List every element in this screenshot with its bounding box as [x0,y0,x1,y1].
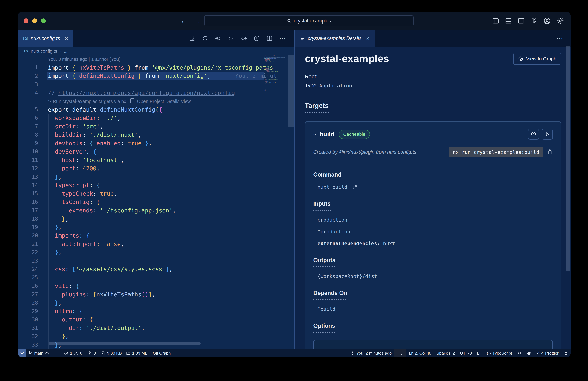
code-line[interactable]: 17 extends: './tsconfig.app.json', [18,206,294,215]
git-graph-button[interactable]: Git Graph [150,350,173,357]
close-tab-icon[interactable]: ✕ [64,36,68,41]
language-mode-status[interactable]: { } TypeScript [484,350,514,357]
code-line[interactable]: 4// https://nuxt.com/docs/api/configurat… [18,89,294,97]
code-line[interactable]: 3 [18,80,294,89]
codelens-row[interactable]: You, 3 minutes ago | 1 author (You) [18,55,294,64]
codelens-row[interactable]: ▷ Run crystal-examples targets via nx | … [18,97,294,106]
code-line[interactable]: 20 imports: { [18,231,294,240]
toggle-panel-icon[interactable] [505,17,512,24]
minimap[interactable]: import { nxViteTsPaths } from '@nx/vite/… [264,55,288,143]
code-line[interactable]: 5export default defineNuxtConfig({ [18,105,294,114]
remote-indicator[interactable]: >< [18,350,25,357]
breadcrumb-file[interactable]: nuxt.config.ts [31,49,57,54]
file-size-status[interactable]: 9.88 KB | 1.03 MB [98,350,150,357]
target-icon [350,351,355,356]
code-line[interactable]: 8 buildDir: './dist/.nuxt', [18,131,294,139]
command-value[interactable]: nuxt build [313,184,553,190]
previous-change-icon[interactable] [215,35,221,42]
broadcast-status[interactable]: 0 [85,350,98,357]
copilot-status[interactable] [524,350,534,357]
code-line[interactable]: 28 }, [18,299,294,307]
code-line[interactable]: 7 srcDir: 'src', [18,122,294,131]
view-target-in-graph-button[interactable] [528,129,539,140]
cursor-position-status[interactable]: Ln 2, Col 48 [406,350,434,357]
problems-status[interactable]: 1 0 [61,350,85,357]
code-line[interactable]: 1import { nxViteTsPaths } from '@nx/vite… [18,64,294,72]
blame-status[interactable]: You, 2 minutes ago [348,350,394,357]
code-line[interactable]: 27 plugins: [nxViteTsPaths()], [18,290,294,299]
git-commit-action[interactable] [52,350,61,357]
code-line[interactable]: 12 port: 4200, [18,164,294,173]
minimize-window-button[interactable] [32,18,37,23]
prettier-status[interactable]: ✓✓ Prettier [534,350,561,357]
zoom-status[interactable] [394,350,406,357]
code-line[interactable]: 25 [18,273,294,282]
toggle-secondary-sidebar-icon[interactable] [518,17,525,24]
code-line[interactable]: 11 host: 'localhost', [18,156,294,164]
code-line[interactable]: 2import { defineNuxtConfig } from 'nuxt/… [18,72,294,80]
next-change-icon[interactable] [240,35,247,42]
code-line[interactable]: 16 tsConfig: { [18,198,294,206]
code-line[interactable]: 9 devtools: { enabled: true }, [18,139,294,147]
copy-icon[interactable] [547,149,553,155]
code-line[interactable]: 24 css: ['~/assets/css/styles.scss'], [18,265,294,273]
panel-scrollbar[interactable] [566,45,570,271]
code-line[interactable]: 13 }, [18,173,294,181]
source-control-status[interactable] [515,350,524,357]
nav-back-icon[interactable]: ← [181,17,187,25]
code-line[interactable]: 22 }, [18,248,294,257]
code-line[interactable]: 29 nitro: { [18,307,294,315]
code-line[interactable]: 19 }, [18,223,294,231]
breadcrumb-symbol[interactable]: ... [64,49,67,54]
tab-nuxt-config[interactable]: TS nuxt.config.ts ✕ [18,30,73,47]
command-center-search[interactable]: crystal-examples [204,15,414,26]
editor-vertical-scrollbar[interactable] [288,55,294,127]
collapse-chevron-icon[interactable]: › [311,133,317,135]
code-line[interactable]: 30 output: { [18,315,294,324]
options-json-editor[interactable]: { "cwd": "."} [313,340,553,350]
panel-more-actions-icon[interactable]: ⋯ [556,35,563,42]
code-editor[interactable]: You, 3 minutes ago | 1 author (You)1impo… [18,55,294,350]
refresh-icon[interactable] [202,35,208,42]
run-target-button[interactable] [542,129,553,140]
close-window-button[interactable] [24,18,28,23]
code-token: { [270,70,270,71]
targets-heading: Targets [305,102,561,110]
tab-crystal-examples-details[interactable]: crystal-examples Details ✕ [295,30,375,47]
customize-layout-icon[interactable] [530,17,538,24]
code-token: 'src' [83,123,100,130]
code-line[interactable]: 14 typescript: { [18,181,294,190]
settings-gear-icon[interactable] [557,17,564,24]
code-line[interactable]: 10 devServer: { [18,147,294,156]
code-line[interactable]: 15 typeCheck: true, [18,189,294,198]
indentation-status[interactable]: Spaces: 2 [434,350,458,357]
code-line[interactable]: 34}); [18,349,294,350]
eol-status[interactable]: LF [474,350,484,357]
editor-horizontal-scrollbar[interactable] [49,342,201,345]
code-line[interactable]: 21 autoImport: false, [18,240,294,248]
external-link-icon[interactable] [353,185,357,190]
git-branch-status[interactable]: main [25,350,52,357]
toggle-primary-sidebar-icon[interactable] [492,17,499,24]
breadcrumb[interactable]: TS nuxt.config.ts › ... [18,47,294,55]
notifications-status[interactable] [561,350,571,357]
account-icon[interactable] [543,17,551,25]
current-change-icon[interactable] [228,35,234,42]
code-line[interactable]: 6 workspaceDir: './', [18,114,294,122]
nx-run-command-chip[interactable]: nx run crystal-examples:build [449,147,544,157]
open-changes-icon[interactable] [189,35,195,42]
view-in-graph-button[interactable]: View In Graph [513,53,561,65]
encoding-status[interactable]: UTF-8 [458,350,474,357]
split-editor-icon[interactable] [266,35,273,42]
code-line[interactable]: 31 dir: './dist/.output', [18,324,294,332]
code-line[interactable]: 23 [18,257,294,265]
code-line[interactable]: 32 }, [18,332,294,341]
code-line[interactable]: 26 vite: { [18,282,294,290]
timeline-icon[interactable] [253,35,260,42]
nav-forward-icon[interactable]: → [194,17,201,25]
editor-more-actions-icon[interactable]: ⋯ [279,35,286,42]
code-line[interactable]: 18 }, [18,215,294,223]
close-tab-icon[interactable]: ✕ [366,36,370,41]
run-icon[interactable]: ▷ [48,99,53,104]
maximize-window-button[interactable] [41,18,46,23]
